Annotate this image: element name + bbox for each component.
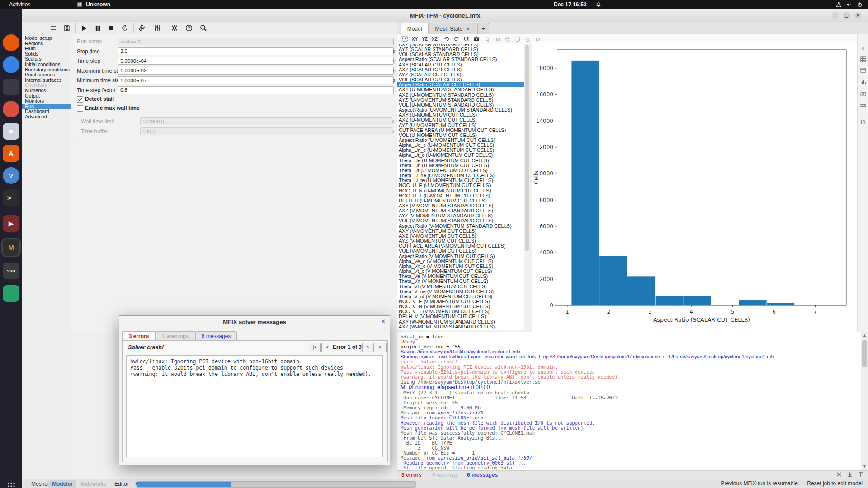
dock-item-timer[interactable] xyxy=(3,101,19,117)
view-xz-button[interactable]: XZ xyxy=(430,35,439,43)
activities-button[interactable]: Activities xyxy=(9,0,30,9)
errors-count[interactable]: 3 errors xyxy=(401,472,422,478)
time-step-field[interactable] xyxy=(118,57,394,65)
stop-time-field[interactable] xyxy=(118,47,394,55)
scroll-down-icon[interactable]: ▼ xyxy=(862,464,867,469)
perspective-icon[interactable] xyxy=(462,35,471,43)
add-geometry-icon[interactable]: ⊕ xyxy=(494,35,502,43)
dialog-close-icon[interactable]: ✕ xyxy=(381,318,386,325)
mesh-stat-item[interactable]: VOL (V-MOMENTUM STANDARD CELLS) xyxy=(397,218,524,223)
tab-close-icon[interactable]: ✕ xyxy=(466,27,470,32)
dock-item-mfix[interactable]: M xyxy=(3,239,19,256)
notification-bell-icon[interactable] xyxy=(596,0,601,9)
dialog-tab-messages[interactable]: 6 messages xyxy=(195,331,237,341)
console-scrollbar-thumb[interactable] xyxy=(862,340,867,367)
console-scrollbar[interactable]: ▲ ▼ xyxy=(861,332,868,470)
next-error-button[interactable]: > xyxy=(362,343,374,352)
save-icon[interactable] xyxy=(62,23,72,33)
dock-item-chat[interactable] xyxy=(3,56,19,73)
sidebar-item-point-sources[interactable]: Point sources xyxy=(22,72,71,78)
measure-icon[interactable] xyxy=(859,101,867,109)
clock[interactable]: Dec 17 16:52 xyxy=(554,0,587,9)
mode-tab-modeler[interactable]: Modeler xyxy=(48,480,76,488)
rotate-cw-icon[interactable] xyxy=(452,35,461,43)
mesh-stat-item[interactable]: Aspect Ratio (SCALAR STANDARD CELLS) xyxy=(397,57,524,62)
strip-settings-icon[interactable] xyxy=(859,117,867,126)
sidebar-item-model-setup[interactable]: Model setup xyxy=(22,36,71,41)
build-wrench-icon[interactable] xyxy=(137,23,147,33)
detect-stall-checkbox[interactable] xyxy=(77,96,83,103)
view-yz-button[interactable]: YZ xyxy=(420,35,429,43)
mesh-list-scrollbar-thumb[interactable] xyxy=(525,45,529,251)
mesh-stats-list[interactable]: AXZ (SCALAR STANDARD CELLS)AYZ (SCALAR S… xyxy=(397,44,524,330)
dock-item-green-app[interactable] xyxy=(3,285,19,302)
dialog-tab-warnings[interactable]: 0 warnings xyxy=(156,331,195,341)
warnings-count[interactable]: 0 warnings xyxy=(432,472,458,478)
scroll-to-top-icon[interactable] xyxy=(858,472,863,477)
table-icon[interactable] xyxy=(859,66,867,74)
dock-item-text-editor[interactable]: ≡ xyxy=(3,123,19,140)
solver-messages-dialog[interactable]: MFIX solver messages ✕ 3 errors 0 warnin… xyxy=(119,315,390,465)
grid-icon[interactable] xyxy=(859,55,867,63)
console-close-icon[interactable] xyxy=(836,472,842,477)
dialog-tab-errors[interactable]: 3 errors xyxy=(122,331,156,341)
pan-pointer-icon[interactable] xyxy=(484,35,492,43)
rotate-ccw-icon[interactable] xyxy=(442,35,451,43)
app-grid-icon[interactable] xyxy=(3,478,19,488)
mode-tab-editor[interactable]: Editor xyxy=(111,480,132,488)
mesh-stat-item[interactable]: NOC_U_E (U-MOMENTUM CUT CELLS) xyxy=(397,183,524,188)
cube-icon[interactable] xyxy=(504,35,512,43)
cylinder-icon[interactable] xyxy=(514,35,522,43)
mesh-stat-item[interactable]: Theta_Vn (V-MOMENTUM CUT CELLS) xyxy=(397,279,524,284)
solver-output-console[interactable]: bdist_io = TrueReadyproject_version = '5… xyxy=(397,332,868,470)
dock-item-firefox[interactable] xyxy=(3,34,19,51)
minimum-time-step-field[interactable] xyxy=(118,76,394,84)
mesh-stat-item[interactable]: AXZ (U-MOMENTUM CUT CELLS) xyxy=(397,117,524,122)
menu-icon[interactable] xyxy=(48,23,58,33)
mesh-stat-item[interactable]: AYZ (U-MOMENTUM CUT CELLS) xyxy=(397,123,524,128)
screenshot-camera-icon[interactable] xyxy=(472,35,481,43)
mesh-stat-item[interactable]: NOC_U_N (U-MOMENTUM CUT CELLS) xyxy=(397,188,524,193)
volume-icon[interactable] xyxy=(846,0,852,9)
dock-item-screenshot-tool[interactable] xyxy=(3,79,19,95)
minimize-button[interactable]: – xyxy=(831,12,839,19)
parameters-sliders-icon[interactable] xyxy=(152,23,162,33)
cone-icon[interactable] xyxy=(524,35,532,43)
search-icon[interactable] xyxy=(198,23,208,33)
collapse-panel-icon[interactable]: « xyxy=(859,44,867,52)
error-message-box[interactable]: hwloc/linux: Ignoring PCI device with no… xyxy=(126,355,383,457)
mesh-stat-item[interactable]: AXZ (W-MOMENTUM STANDARD CELLS) xyxy=(397,324,524,329)
network-icon[interactable] xyxy=(835,0,842,9)
prev-error-button[interactable]: < xyxy=(321,343,333,352)
stop-icon[interactable] xyxy=(106,23,116,33)
dock-item-terminal[interactable]: >_ xyxy=(3,189,19,206)
tab-mesh-stats[interactable]: Mesh Stats ✕ xyxy=(429,23,476,34)
view-xy-button[interactable]: XY xyxy=(410,35,419,43)
reset-icon[interactable] xyxy=(120,23,130,33)
sidebar-item-initial-conditions[interactable]: Initial conditions xyxy=(22,62,71,67)
maximize-button[interactable]: ◻ xyxy=(843,12,850,19)
close-button[interactable]: ✕ xyxy=(854,12,862,19)
remove-geometry-icon[interactable]: ⊖ xyxy=(533,35,542,43)
scroll-up-icon[interactable]: ▲ xyxy=(862,333,867,338)
messages-count[interactable]: 6 messages xyxy=(467,472,498,478)
dock-item-video-player[interactable]: ▶ xyxy=(3,215,19,232)
settings-gear-icon[interactable] xyxy=(170,23,179,33)
scroll-to-bottom-icon[interactable] xyxy=(847,472,853,477)
mesh-stat-item[interactable]: Theta_Vt (V-MOMENTUM CUT CELLS) xyxy=(397,284,524,289)
reset-view-icon[interactable] xyxy=(401,35,409,43)
time-step-factor-field[interactable] xyxy=(118,86,394,94)
mesh-stat-item[interactable]: Alpha_Ut_c (U-MOMENTUM CUT CELLS) xyxy=(397,153,524,158)
add-tab-button[interactable]: + xyxy=(477,23,489,34)
mesh-stat-item[interactable]: VOL (V-MOMENTUM CUT CELLS) xyxy=(397,249,524,253)
mesh-list-scrollbar[interactable] xyxy=(524,44,530,330)
power-icon[interactable] xyxy=(857,0,863,9)
dock-item-help[interactable]: ? xyxy=(3,167,19,184)
sidebar-item-numerics[interactable]: Numerics xyxy=(22,88,71,94)
enable-max-wall-time-checkbox-label[interactable]: Enable max wall time xyxy=(85,105,140,111)
pause-icon[interactable] xyxy=(93,23,103,33)
dock-item-ssd[interactable]: SSD xyxy=(3,263,19,279)
maximum-time-step-field[interactable] xyxy=(118,67,394,75)
last-error-button[interactable]: >| xyxy=(375,343,387,352)
mesh-stat-item[interactable]: AXY (U-MOMENTUM STANDARD CELLS) xyxy=(397,87,524,92)
